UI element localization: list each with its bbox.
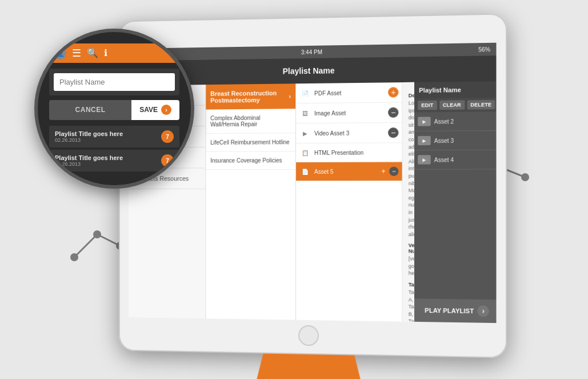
status-battery: 56% bbox=[478, 46, 490, 53]
asset-pdf-add-btn[interactable]: + bbox=[388, 87, 398, 97]
center-header-arrow: › bbox=[289, 93, 291, 99]
svg-point-1 bbox=[93, 230, 101, 238]
playlist-name-input[interactable] bbox=[54, 73, 175, 91]
playlist-asset3-icon: ▶ bbox=[418, 136, 431, 145]
video-icon: ▶ bbox=[299, 129, 311, 138]
asset-image-name: Image Asset bbox=[314, 110, 346, 116]
center-column: Breast Reconstruction Postmastectomy › C… bbox=[206, 83, 296, 320]
mag-buttons: CANCEL SAVE › bbox=[49, 100, 179, 120]
svg-point-0 bbox=[70, 253, 78, 261]
detail-panel: Description Lorem ipsum dolor sit amet, … bbox=[403, 82, 414, 322]
magnify-inner: 👤 ☰ 🔍 ℹ CANCEL SAVE › Playlist Title goe… bbox=[38, 32, 191, 185]
playlist-list-item-2[interactable]: Playlist Title goes here 02.26.2013 7 bbox=[49, 150, 179, 171]
save-arrow-icon: › bbox=[161, 105, 171, 115]
play-playlist-button[interactable]: PLAY PLAYLIST › bbox=[414, 298, 497, 323]
ipad-home-button[interactable] bbox=[298, 325, 319, 346]
mag-topbar: 👤 ☰ 🔍 ℹ bbox=[49, 43, 179, 63]
delete-button[interactable]: DELETE bbox=[467, 100, 495, 110]
asset-video-name: Video Asset 3 bbox=[314, 130, 349, 136]
play-playlist-icon: › bbox=[477, 305, 489, 317]
center-item-2[interactable]: LifeCell Reimbursement Hotline bbox=[206, 133, 295, 152]
asset5-icon: 📄 bbox=[299, 167, 311, 176]
playlist-asset-3[interactable]: ▶ Asset 3 bbox=[414, 131, 497, 150]
center-item-1[interactable]: Complex Abdominal Wall/Hernia Repair bbox=[206, 109, 295, 134]
center-item-3[interactable]: Insurance Coverage Policies bbox=[206, 151, 295, 170]
asset-item-video[interactable]: ▶ Video Asset 3 − bbox=[296, 123, 402, 143]
playlist-badge-1: 7 bbox=[161, 130, 174, 143]
play-playlist-label: PLAY PLAYLIST bbox=[425, 307, 474, 314]
playlist-asset3-name: Asset 3 bbox=[434, 137, 454, 143]
mag-info-icon[interactable]: ℹ bbox=[104, 47, 107, 58]
mag-menu-icon[interactable]: ☰ bbox=[72, 47, 81, 59]
playlist-list-title-2: Playlist Title goes here bbox=[55, 154, 123, 161]
clear-button[interactable]: CLEAR bbox=[439, 100, 465, 110]
asset-item-image[interactable]: 🖼 Image Asset − bbox=[296, 102, 402, 123]
asset-pdf-name: PDF Asset bbox=[314, 90, 341, 97]
asset-image-remove-btn[interactable]: − bbox=[388, 107, 398, 118]
playlist-list-text-1: Playlist Title goes here 02.26.2013 bbox=[55, 130, 123, 143]
playlist-list-date-1: 02.26.2013 bbox=[55, 137, 123, 143]
cancel-button[interactable]: CANCEL bbox=[49, 100, 131, 120]
asset-item-html[interactable]: 📋 HTML Presentation bbox=[296, 143, 402, 162]
playlist-asset2-name: Asset 2 bbox=[434, 118, 454, 125]
center-header-title: Breast Reconstruction Postmastectomy bbox=[210, 89, 289, 103]
playlist-panel: Playlist Name EDIT CLEAR DELETE ▶ Asset … bbox=[414, 81, 497, 323]
image-icon: 🖼 bbox=[299, 109, 311, 118]
pdf-icon: 📄 bbox=[299, 89, 311, 98]
asset-html-name: HTML Presentation bbox=[314, 149, 363, 155]
app-title: Playlist Name bbox=[283, 66, 335, 75]
save-button[interactable]: SAVE › bbox=[131, 100, 179, 120]
status-time: 3:44 PM bbox=[301, 49, 322, 55]
mag-search-icon[interactable]: 🔍 bbox=[87, 47, 98, 58]
playlist-asset2-icon: ▶ bbox=[418, 117, 431, 126]
mag-avatar: 👤 bbox=[54, 47, 66, 59]
edit-button[interactable]: EDIT bbox=[418, 101, 437, 110]
playlist-asset-2[interactable]: ▶ Asset 2 bbox=[414, 111, 497, 131]
svg-point-5 bbox=[521, 173, 529, 181]
asset5-add-btn[interactable]: + bbox=[379, 167, 388, 176]
playlist-list-date-2: 02.26.2013 bbox=[55, 161, 123, 167]
save-label: SAVE bbox=[139, 106, 158, 114]
asset-item-5[interactable]: 📄 Asset 5 + − bbox=[296, 162, 402, 181]
playlist-asset4-icon: ▶ bbox=[418, 155, 431, 164]
playlist-list-text-2: Playlist Title goes here 02.26.2013 bbox=[55, 154, 123, 167]
html-icon: 📋 bbox=[299, 148, 311, 157]
asset5-remove-btn[interactable]: − bbox=[389, 167, 398, 176]
playlist-list-item-1[interactable]: Playlist Title goes here 02.26.2013 7 bbox=[49, 126, 179, 147]
playlist-list-title-1: Playlist Title goes here bbox=[55, 130, 123, 137]
ipad-stand bbox=[252, 353, 366, 379]
magnify-circle: 👤 ☰ 🔍 ℹ CANCEL SAVE › Playlist Title goe… bbox=[34, 29, 194, 189]
playlist-panel-title: Playlist Name bbox=[414, 81, 497, 98]
asset-video-remove-btn[interactable]: − bbox=[388, 127, 398, 138]
playlist-actions: EDIT CLEAR DELETE bbox=[414, 98, 497, 113]
center-header: Breast Reconstruction Postmastectomy › bbox=[206, 83, 295, 109]
playlist-asset-4[interactable]: ▶ Asset 4 bbox=[414, 150, 497, 170]
asset-list: 📄 PDF Asset + 🖼 Image Asset − ▶ Video As… bbox=[296, 82, 402, 321]
asset-item-pdf[interactable]: 📄 PDF Asset + bbox=[296, 82, 402, 103]
mag-input-container bbox=[49, 69, 179, 95]
asset5-name: Asset 5 bbox=[314, 168, 333, 174]
playlist-asset4-name: Asset 4 bbox=[434, 157, 454, 163]
